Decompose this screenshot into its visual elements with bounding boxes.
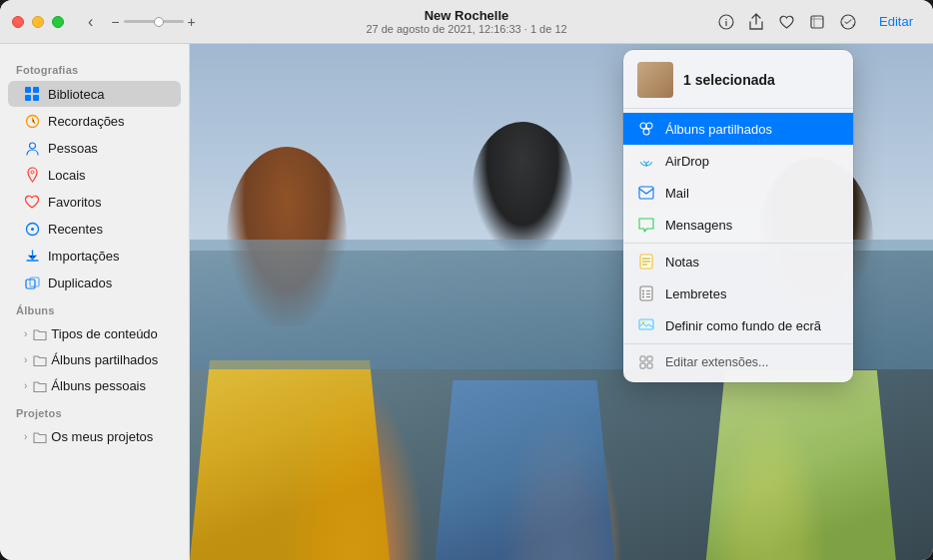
popover-item-edit-extensions[interactable]: Editar extensões... [623, 346, 853, 378]
popover-label-mail: Mail [665, 186, 689, 201]
svg-point-9 [29, 143, 35, 149]
sidebar-section-fotografias: Fotografias [0, 56, 189, 80]
albuns-partilhados-icon [637, 120, 655, 138]
popover-item-airdrop[interactable]: AirDrop [623, 145, 853, 177]
chevron-icon: › [24, 328, 27, 339]
svg-line-19 [647, 129, 650, 130]
sidebar-item-recentes[interactable]: Recentes [8, 216, 181, 242]
popover-item-lembretes[interactable]: Lembretes [623, 278, 853, 309]
sidebar-label-duplicados: Duplicados [48, 276, 112, 290]
window-subtitle: 27 de agosto de 2021, 12:16:33 · 1 de 12 [366, 23, 566, 35]
hair-center [472, 122, 572, 252]
favoritos-icon [24, 194, 40, 210]
folder-icon-pessoais [33, 379, 47, 393]
popover-item-mail[interactable]: Mail [623, 177, 853, 209]
sidebar-item-favoritos[interactable]: Favoritos [8, 189, 181, 215]
popover-item-fundo-ecra[interactable]: Definir como fundo de ecrã [623, 309, 853, 341]
svg-point-27 [642, 290, 644, 292]
popover-label-albuns-partilhados: Álbuns partilhados [665, 122, 772, 137]
svg-rect-37 [640, 363, 645, 368]
popover-item-notas[interactable]: Notas [623, 246, 853, 278]
zoom-slider: − + [111, 14, 195, 30]
popover-divider-1 [623, 243, 853, 244]
photo-area: 1 selecionada Álbuns partilhados AirDrop [190, 44, 933, 560]
edit-button[interactable]: Editar [871, 12, 921, 31]
minimize-button[interactable] [32, 16, 44, 28]
zoom-thumb[interactable] [154, 17, 164, 27]
airdrop-icon [637, 152, 655, 170]
folder-icon-partilhados [33, 353, 47, 367]
svg-rect-38 [647, 363, 652, 368]
share-button[interactable] [748, 13, 764, 31]
main-window: ‹ − + New Rochelle 27 de agosto de 2021,… [0, 0, 933, 560]
zoom-track[interactable] [124, 20, 184, 23]
notas-icon [637, 253, 655, 271]
popover-item-albuns-partilhados[interactable]: Álbuns partilhados [623, 113, 853, 145]
sidebar-label-meus-projetos: Os meus projetos [51, 429, 153, 444]
zoom-minus-icon[interactable]: − [111, 14, 119, 30]
sidebar-item-tipos-conteudo[interactable]: › Tipos de conteúdo [8, 321, 181, 346]
sidebar-label-biblioteca: Biblioteca [48, 87, 104, 102]
popover-thumbnail [637, 62, 673, 98]
sidebar-section-albuns: Álbuns [0, 296, 189, 320]
popover-label-edit-extensions: Editar extensões... [665, 355, 769, 369]
duplicados-icon [24, 275, 40, 290]
svg-point-15 [640, 123, 646, 129]
crop-icon [809, 14, 825, 30]
svg-rect-7 [33, 95, 39, 101]
sidebar-label-albuns-pessoais: Álbuns pessoais [51, 378, 146, 393]
sidebar-item-meus-projetos[interactable]: › Os meus projetos [8, 424, 181, 449]
popover-label-notas: Notas [665, 255, 699, 270]
back-button[interactable]: ‹ [84, 11, 97, 33]
share-icon [748, 13, 764, 31]
mensagens-icon [637, 216, 655, 234]
sidebar-item-recordacoes[interactable]: Recordações [8, 108, 181, 134]
popover-count-label: 1 selecionada [683, 72, 775, 88]
traffic-lights [12, 16, 64, 28]
shirt-right [706, 370, 896, 560]
main-content: Fotografias Biblioteca Recordações Pesso… [0, 44, 933, 560]
popover-label-fundo-ecra: Definir como fundo de ecrã [665, 318, 821, 333]
zoom-plus-icon[interactable]: + [188, 14, 196, 30]
close-button[interactable] [12, 16, 24, 28]
biblioteca-icon [24, 86, 40, 102]
window-title: New Rochelle [425, 8, 509, 23]
titlebar-nav: ‹ − + [84, 11, 196, 33]
adjust-icon [839, 14, 857, 30]
svg-point-16 [646, 123, 652, 129]
popover-label-mensagens: Mensagens [665, 218, 732, 233]
svg-rect-6 [25, 95, 31, 101]
sidebar-label-locais: Locais [48, 168, 86, 183]
svg-point-20 [645, 164, 647, 166]
sidebar-item-biblioteca[interactable]: Biblioteca [8, 81, 181, 107]
sidebar-label-importacoes: Importações [48, 249, 120, 264]
chevron-icon-2: › [24, 354, 27, 365]
popover-item-mensagens[interactable]: Mensagens [623, 209, 853, 241]
info-button[interactable]: i [718, 14, 734, 30]
sidebar-item-importacoes[interactable]: Importações [8, 243, 181, 269]
share-popover: 1 selecionada Álbuns partilhados AirDrop [623, 50, 853, 382]
chevron-icon-4: › [24, 431, 27, 442]
titlebar-actions: i [718, 12, 921, 31]
sidebar-item-pessoas[interactable]: Pessoas [8, 135, 181, 161]
sidebar-label-tipos-conteudo: Tipos de conteúdo [51, 326, 157, 341]
shirt-left [190, 360, 390, 560]
adjust-button[interactable] [839, 14, 857, 30]
maximize-button[interactable] [52, 16, 64, 28]
favorite-button[interactable] [778, 14, 795, 30]
heart-icon [778, 14, 795, 30]
sidebar-item-albuns-partilhados[interactable]: › Álbuns partilhados [8, 347, 181, 372]
locais-icon [24, 167, 40, 183]
sidebar: Fotografias Biblioteca Recordações Pesso… [0, 44, 190, 560]
fundo-ecra-icon [637, 316, 655, 334]
titlebar-center: New Rochelle 27 de agosto de 2021, 12:16… [366, 8, 566, 35]
svg-rect-2 [811, 16, 823, 28]
sidebar-label-recentes: Recentes [48, 222, 103, 237]
sidebar-item-locais[interactable]: Locais [8, 162, 181, 188]
sidebar-item-albuns-pessoais[interactable]: › Álbuns pessoais [8, 373, 181, 398]
crop-button[interactable] [809, 14, 825, 30]
popover-header: 1 selecionada [623, 50, 853, 109]
recentes-icon [24, 221, 40, 237]
sidebar-item-duplicados[interactable]: Duplicados [8, 270, 181, 295]
popover-divider-2 [623, 343, 853, 344]
